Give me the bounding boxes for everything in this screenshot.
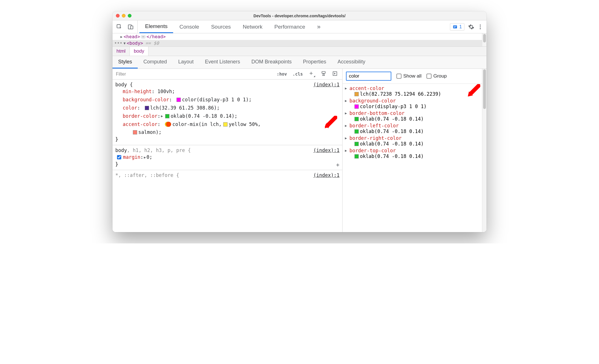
annotation-arrow-icon (323, 116, 337, 130)
collapse-triangle-icon[interactable]: ▼ (124, 41, 126, 45)
computed-filter-input[interactable] (346, 72, 391, 81)
svg-rect-3 (453, 25, 457, 28)
issues-chip[interactable]: 1 (450, 23, 464, 31)
computed-item[interactable]: ▶background-color color(display-p3 1 0 1… (343, 97, 482, 110)
subtab-properties[interactable]: Properties (297, 56, 332, 68)
decl-border-color[interactable]: border-color: ▶ oklab(0.74 -0.18 0.14); (115, 112, 339, 120)
color-mix-swatch-icon[interactable] (165, 122, 171, 127)
device-toolbar-icon[interactable] (127, 23, 135, 31)
show-all-checkbox[interactable]: Show all (396, 73, 421, 79)
subtab-styles[interactable]: Styles (112, 56, 138, 68)
color-swatch[interactable] (354, 104, 359, 109)
tabs-overflow-button[interactable]: » (311, 20, 326, 33)
dom-dollar-ref: == $0 (145, 40, 159, 46)
color-swatch[interactable] (223, 122, 228, 127)
rule-source-link[interactable]: (index):1 (313, 82, 339, 87)
expand-shorthand-icon[interactable]: ▶ (161, 113, 163, 119)
computed-properties-list[interactable]: ▶accent-color lch(82.7238 75.1294 66.223… (343, 84, 487, 232)
computed-item[interactable]: ▶accent-color lch(82.7238 75.1294 66.223… (343, 85, 482, 97)
svg-point-8 (480, 28, 481, 29)
dom-head-close: </head> (146, 34, 165, 39)
rule-selector[interactable]: body, h1, h2, h3, p, pre { (115, 147, 191, 153)
dom-scrollbar[interactable] (482, 33, 487, 46)
computed-item[interactable]: ▶border-top-color oklab(0.74 -0.18 0.14) (343, 147, 482, 160)
decl-margin[interactable]: margin: ▶ 0; (115, 153, 339, 161)
new-rule-button[interactable]: ◢ (307, 70, 317, 78)
color-swatch[interactable] (354, 142, 359, 146)
computed-item[interactable]: ▶border-bottom-color oklab(0.74 -0.18 0.… (343, 110, 482, 122)
tab-network[interactable]: Network (237, 20, 268, 33)
collapse-pill-icon[interactable]: ⋯ (141, 35, 146, 39)
tab-sources[interactable]: Sources (205, 20, 237, 33)
svg-point-6 (480, 24, 481, 25)
svg-rect-5 (454, 27, 456, 27)
checkbox-icon[interactable] (426, 74, 432, 79)
tab-console[interactable]: Console (174, 20, 205, 33)
decl-background-color[interactable]: background-color: color(display-p3 1 0 1… (115, 96, 339, 104)
more-menu-icon[interactable] (476, 23, 484, 31)
subtab-dom-breakpoints[interactable]: DOM Breakpoints (246, 56, 297, 68)
decl-enable-checkbox[interactable] (117, 155, 121, 159)
expand-shorthand-icon[interactable]: ▶ (144, 155, 146, 160)
color-swatch[interactable] (133, 130, 137, 134)
dom-tree[interactable]: ▶ <head> ⋯ </head> ••• ▼ <body> == $0 (112, 33, 487, 46)
svg-rect-0 (117, 24, 120, 28)
computed-pane: Show all Group ▶accent-color lch(82.7238… (343, 69, 487, 232)
rule-source-link[interactable]: (index):1 (313, 172, 339, 178)
decl-min-height[interactable]: min-height: 100vh; (115, 87, 339, 96)
hov-button[interactable]: :hov (275, 71, 288, 77)
computed-item[interactable]: ▶border-right-color oklab(0.74 -0.18 0.1… (343, 135, 482, 147)
tab-performance[interactable]: Performance (269, 20, 311, 33)
decl-accent-color[interactable]: accent-color: color-mix(in lch, yellow 5… (115, 120, 339, 129)
color-swatch[interactable] (145, 106, 149, 110)
expand-triangle-icon[interactable]: ▶ (345, 136, 348, 140)
crumb-body[interactable]: body (130, 47, 148, 56)
main-panel-tabs: Elements Console Sources Network Perform… (138, 20, 448, 33)
expand-triangle-icon[interactable]: ▶ (345, 111, 348, 115)
expand-triangle-icon[interactable]: ▶ (120, 35, 122, 39)
group-checkbox[interactable]: Group (426, 73, 447, 79)
crumb-html[interactable]: html (112, 47, 130, 56)
color-swatch[interactable] (354, 154, 359, 159)
issues-count: 1 (459, 24, 462, 29)
checkbox-icon[interactable] (396, 74, 402, 79)
expand-triangle-icon[interactable]: ▶ (345, 86, 348, 90)
subtab-layout[interactable]: Layout (173, 56, 199, 68)
window-title: DevTools - developer.chrome.com/tags/dev… (112, 14, 487, 18)
paint-brush-icon[interactable] (319, 70, 328, 78)
color-swatch[interactable] (177, 98, 181, 102)
color-swatch[interactable] (354, 117, 359, 121)
cls-button[interactable]: .cls (291, 71, 305, 77)
gutter-dots: ••• (114, 40, 122, 46)
computed-header: Show all Group (343, 69, 487, 84)
subtab-accessibility[interactable]: Accessibility (332, 56, 371, 68)
rule-source-link[interactable]: (index):1 (313, 147, 339, 153)
computed-scrollbar[interactable] (482, 69, 487, 232)
color-swatch[interactable] (354, 92, 359, 96)
rule-selector[interactable]: body { (115, 82, 133, 87)
expand-triangle-icon[interactable]: ▶ (345, 149, 348, 153)
decl-accent-color-cont[interactable]: salmon); (115, 128, 339, 136)
computed-item[interactable]: ▶border-left-color oklab(0.74 -0.18 0.14… (343, 122, 482, 135)
color-swatch[interactable] (354, 129, 359, 134)
tab-elements[interactable]: Elements (139, 20, 173, 33)
annotation-arrow-icon (466, 84, 480, 98)
rule-selector[interactable]: *, ::after, ::before { (115, 172, 179, 178)
add-declaration-button[interactable]: + (336, 161, 339, 168)
styles-rules-list[interactable]: body { (index):1 min-height: 100vh; back… (112, 80, 342, 232)
inspect-element-icon[interactable] (115, 23, 123, 31)
svg-rect-2 (131, 26, 133, 29)
styles-subtabs: Styles Computed Layout Event Listeners D… (112, 56, 487, 69)
styles-filter-input[interactable] (112, 69, 272, 79)
toggle-computed-icon[interactable] (330, 70, 339, 78)
expand-triangle-icon[interactable]: ▶ (345, 124, 348, 128)
decl-color[interactable]: color: lch(32.39 61.25 308.86); (115, 104, 339, 112)
subtab-event-listeners[interactable]: Event Listeners (199, 56, 246, 68)
rule-body: body { (index):1 min-height: 100vh; back… (112, 80, 342, 145)
settings-icon[interactable] (467, 23, 475, 31)
color-swatch[interactable] (165, 114, 169, 118)
dom-body-open: <body> (127, 40, 143, 46)
svg-rect-4 (454, 26, 456, 27)
subtab-computed[interactable]: Computed (138, 56, 173, 68)
expand-triangle-icon[interactable]: ▶ (345, 99, 348, 103)
